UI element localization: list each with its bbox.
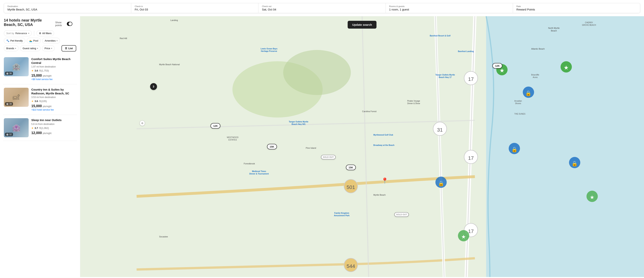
svg-point-2 xyxy=(283,50,351,95)
brands-button[interactable]: Brands ▾ xyxy=(4,45,18,51)
image-count: 32 xyxy=(9,133,12,136)
hotel-list: 🏨 ▦ 36 Comfort Suites Myrtle Beach Centr… xyxy=(0,54,80,141)
destination-value: Myrtle Beach, SC, USA xyxy=(8,8,128,11)
all-filters-button[interactable]: ⚙ All filters xyxy=(36,30,54,36)
building-icon: 🏩 xyxy=(12,124,21,132)
rate-field[interactable]: Rate Reward Points xyxy=(513,3,640,13)
svg-text:🔒: 🔒 xyxy=(572,160,578,167)
price-pin-12k-right[interactable]: 12K xyxy=(492,63,502,68)
hotel-image-wrap: 🛋 ▦ 38 xyxy=(4,88,29,107)
price-bubble: 15K xyxy=(346,165,356,170)
rating-value: 3.7 xyxy=(34,127,38,130)
pet-friendly-button[interactable]: 🐾 Pet friendly xyxy=(4,38,25,44)
hotel-distance: 1.97 mi from destination xyxy=(31,65,76,68)
image-count-badge: ▦ 36 xyxy=(5,72,13,75)
image-count-badge: ▦ 38 xyxy=(5,102,13,106)
hotel-distance: 5.8 mi from destination xyxy=(31,123,76,126)
hotel-card[interactable]: 🏨 ▦ 36 Comfort Suites Myrtle Beach Centr… xyxy=(3,54,77,84)
brands-chevron-icon: ▾ xyxy=(15,47,16,49)
price-button[interactable]: Price ▾ xyxy=(42,45,54,51)
price-bubble: 15K xyxy=(267,144,277,149)
rate-label: Rate xyxy=(516,5,636,7)
price-unit: pts/night xyxy=(43,132,51,135)
svg-text:31: 31 xyxy=(437,127,443,133)
pool-button[interactable]: 🏊 Pool xyxy=(27,38,41,44)
image-count-badge: ▦ 32 xyxy=(5,133,13,136)
checkout-field[interactable]: Check out Sat, Oct 04 xyxy=(258,3,386,13)
rooms-field[interactable]: Rooms & guests 1 room, 1 guest xyxy=(386,3,513,13)
all-filters-label: All filters xyxy=(42,32,52,35)
hotel-name: Sleep Inn near Outlets xyxy=(31,118,76,122)
svg-text:17: 17 xyxy=(468,155,474,161)
svg-text:🔒: 🔒 xyxy=(438,180,444,186)
show-points-row: Show points ✓ xyxy=(55,21,76,27)
search-bar: Destination Myrtle Beach, SC, USA Check … xyxy=(4,3,640,13)
guest-rating-button[interactable]: Guest rating ▾ xyxy=(20,45,40,51)
hotel-info: Comfort Suites Myrtle Beach Central 1.97… xyxy=(31,57,76,81)
svg-text:544: 544 xyxy=(347,263,355,269)
price-label: Price xyxy=(44,47,50,50)
update-search-button[interactable]: Update search xyxy=(348,21,376,29)
list-button[interactable]: ☰ List xyxy=(62,45,76,51)
hotel-price: 15,000 pts/night xyxy=(31,104,76,108)
price-pin-12k-left[interactable]: 12K xyxy=(211,123,220,129)
svg-text:501: 501 xyxy=(347,184,355,190)
checkin-field[interactable]: Check in Fri, Oct 03 xyxy=(131,3,258,13)
toggle-check-icon: ✓ xyxy=(70,23,72,25)
sold-out-pin-1[interactable]: SOLD OUT xyxy=(321,155,336,159)
map-background: 501 544 31 17 17 17 ★ ★ 🔒 xyxy=(80,16,644,277)
sold-out-pin-2[interactable]: SOLD OUT xyxy=(394,212,409,217)
rating-value: 3.6 xyxy=(34,100,38,103)
svg-text:★: ★ xyxy=(461,234,466,240)
filter-divider xyxy=(34,31,34,36)
cluster-pin-3[interactable]: 3 xyxy=(150,83,157,90)
list-icon: ☰ xyxy=(65,47,67,50)
checkin-label: Check in xyxy=(135,5,255,7)
list-label: List xyxy=(68,47,73,50)
map-expand-icon[interactable]: ⊙ xyxy=(140,121,145,126)
hotel-card[interactable]: 🛋 ▦ 38 Country Inn & Suites by Radisson,… xyxy=(3,84,77,115)
location-pin: 📍 xyxy=(381,177,388,184)
guest-rating-label: Guest rating xyxy=(22,47,36,50)
checkout-label: Check out xyxy=(262,5,382,7)
price-bubble: 12K xyxy=(211,123,220,129)
price-unit: pts/night xyxy=(43,105,51,108)
map-area[interactable]: 501 544 31 17 17 17 ★ ★ 🔒 xyxy=(80,16,644,277)
destination-field[interactable]: Destination Myrtle Beach, SC, USA xyxy=(4,3,131,13)
rating-count: /5(1,062) xyxy=(39,127,49,130)
amenities-button[interactable]: Amenities ▾ xyxy=(42,38,60,44)
hotel-image-wrap: 🏨 ▦ 36 xyxy=(4,57,29,76)
building-icon: 🛋 xyxy=(13,93,20,101)
results-title: 14 hotels near Myrtle Beach, SC, USA xyxy=(4,18,55,27)
hotel-fee: +$8 hotel service fee xyxy=(31,78,76,81)
pool-icon: 🏊 xyxy=(29,39,32,42)
hotel-distance: 3.53 mi from destination xyxy=(31,96,76,99)
hotel-card[interactable]: 🏩 ▦ 32 Sleep Inn near Outlets 5.8 mi fro… xyxy=(3,115,77,141)
show-points-toggle[interactable]: ✓ xyxy=(67,22,72,26)
show-points-label: Show points xyxy=(55,21,65,27)
svg-text:★: ★ xyxy=(590,194,594,200)
rooms-label: Rooms & guests xyxy=(389,5,509,7)
rating-count: /5(105) xyxy=(39,100,47,103)
hotel-name: Comfort Suites Myrtle Beach Central xyxy=(31,57,76,65)
hotel-rating: ★ 3.6 /5(105) xyxy=(31,100,76,103)
filters-row: Sort by Relevance ▾ ⚙ All filters 🐾 Pet … xyxy=(0,30,80,54)
price-pin-15k-center[interactable]: 15K xyxy=(267,144,277,149)
image-icon: ▦ xyxy=(6,72,8,75)
amenities-chevron-icon: ▾ xyxy=(56,40,58,42)
destination-label: Destination xyxy=(8,5,128,7)
price-unit: pts/night xyxy=(43,75,51,77)
chevron-down-icon: ▾ xyxy=(28,32,29,34)
cluster-count: 3 xyxy=(150,83,157,90)
sort-dropdown[interactable]: Sort by Relevance ▾ xyxy=(4,30,32,36)
svg-text:17: 17 xyxy=(468,76,474,82)
hotel-info: Country Inn & Suites by Radisson, Myrtle… xyxy=(31,88,76,111)
sold-out-label: SOLD OUT xyxy=(394,212,409,217)
price-pin-15k-lower[interactable]: 15K xyxy=(346,165,356,170)
guest-rating-chevron-icon: ▾ xyxy=(37,47,38,49)
svg-text:🔒: 🔒 xyxy=(511,146,518,152)
hotel-name: Country Inn & Suites by Radisson, Myrtle… xyxy=(31,88,76,95)
checkin-value: Fri, Oct 03 xyxy=(135,8,255,11)
svg-text:★: ★ xyxy=(564,64,569,71)
sort-value: Relevance xyxy=(15,32,27,35)
